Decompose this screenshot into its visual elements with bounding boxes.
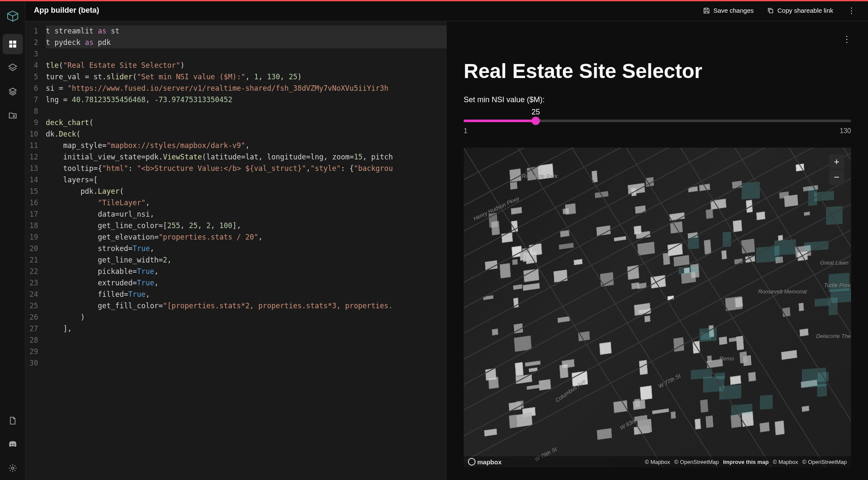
- split-panes: 1234567891011121314151617181920212223242…: [25, 21, 868, 480]
- slider-max: 130: [840, 127, 851, 135]
- map-label: Delacorte Theater: [816, 333, 851, 339]
- attrib-mapbox-2[interactable]: © Mapbox: [773, 459, 798, 465]
- map-label: Riverside Park: [522, 173, 558, 179]
- save-icon: [703, 7, 710, 14]
- header: App builder (beta) Save changes Copy sha…: [25, 0, 868, 21]
- nav-app-builder[interactable]: [3, 34, 23, 54]
- zoom-out-button[interactable]: −: [829, 170, 844, 185]
- layers-icon: [8, 63, 17, 73]
- mapbox-brand: mapbox: [477, 458, 502, 466]
- svg-point-6: [11, 467, 14, 469]
- svg-point-4: [11, 444, 12, 445]
- header-actions: Save changes Copy shareable link ⋮: [700, 3, 860, 18]
- slider-label: Set min NSI value ($M):: [464, 95, 851, 104]
- slider-value: 25: [531, 108, 540, 117]
- app-title: Real Estate Site Selector: [464, 59, 851, 83]
- nav-docs[interactable]: [3, 410, 23, 431]
- header-menu-button[interactable]: ⋮: [843, 3, 860, 18]
- attrib-osm[interactable]: © OpenStreetMap: [674, 459, 719, 465]
- mapbox-logo-icon: [468, 458, 476, 466]
- stack-icon: [8, 87, 17, 96]
- svg-rect-2: [9, 45, 12, 47]
- discord-icon: [8, 439, 18, 449]
- slider-thumb[interactable]: [531, 117, 540, 125]
- sidebar-nav: [0, 0, 25, 480]
- app-root: App builder (beta) Save changes Copy sha…: [0, 0, 868, 480]
- attrib-mapbox[interactable]: © Mapbox: [645, 459, 670, 465]
- nav-files[interactable]: [3, 105, 23, 126]
- svg-rect-7: [770, 9, 773, 13]
- nav-layers-2[interactable]: [3, 81, 23, 102]
- main: App builder (beta) Save changes Copy sha…: [25, 0, 868, 480]
- preview-pane: ⋮ Real Estate Site Selector Set min NSI …: [447, 21, 868, 480]
- header-title: App builder (beta): [34, 6, 99, 15]
- svg-rect-1: [13, 41, 16, 44]
- map-attribution: mapbox © Mapbox © OpenStreetMap Improve …: [464, 456, 851, 467]
- map-label: Great Lawn: [820, 260, 849, 266]
- folder-plus-icon: [8, 111, 17, 120]
- svg-point-5: [13, 444, 14, 445]
- document-icon: [8, 416, 17, 425]
- line-gutter: 1234567891011121314151617181920212223242…: [25, 21, 42, 480]
- map-label: W 77th St: [657, 372, 682, 389]
- slider-fill: [464, 120, 536, 122]
- svg-rect-3: [13, 45, 16, 47]
- map-label: Turtle Pond: [824, 282, 851, 288]
- map-label: Roosevelt Memorial: [758, 288, 807, 295]
- svg-rect-0: [9, 41, 12, 44]
- preview-menu-button[interactable]: ⋮: [843, 34, 851, 44]
- nav-settings[interactable]: [3, 458, 23, 478]
- slider[interactable]: 25: [464, 108, 851, 120]
- zoom-in-button[interactable]: +: [829, 154, 844, 170]
- gear-icon: [8, 463, 17, 473]
- save-label: Save changes: [713, 7, 754, 14]
- panel-icon: [8, 39, 17, 49]
- code-content[interactable]: t streamlit as stt pydeck as pdktle("Rea…: [42, 21, 447, 480]
- map-label: Remo: [719, 355, 734, 362]
- nav-layers[interactable]: [3, 58, 23, 78]
- code-editor[interactable]: 1234567891011121314151617181920212223242…: [25, 21, 447, 480]
- copy-label: Copy shareable link: [777, 7, 833, 14]
- map[interactable]: Riverside ParkHenry Hudson PkwyGreat Law…: [464, 148, 851, 467]
- slider-track[interactable]: [464, 120, 851, 122]
- copy-icon: [767, 7, 774, 14]
- mapbox-logo[interactable]: mapbox: [468, 458, 502, 466]
- copy-link-button[interactable]: Copy shareable link: [764, 4, 837, 17]
- nav-discord[interactable]: [3, 434, 23, 455]
- attrib-improve[interactable]: Improve this map: [723, 459, 769, 465]
- map-label: Columbus Ave: [554, 378, 587, 403]
- logo[interactable]: [3, 7, 22, 25]
- slider-min: 1: [464, 127, 467, 135]
- map-zoom-controls: + −: [829, 154, 844, 185]
- save-button[interactable]: Save changes: [700, 4, 757, 17]
- accent-bar: [0, 0, 868, 1]
- attrib-osm-2[interactable]: © OpenStreetMap: [802, 459, 847, 465]
- map-canvas[interactable]: Riverside ParkHenry Hudson PkwyGreat Law…: [464, 148, 851, 467]
- slider-range: 1 130: [464, 127, 851, 135]
